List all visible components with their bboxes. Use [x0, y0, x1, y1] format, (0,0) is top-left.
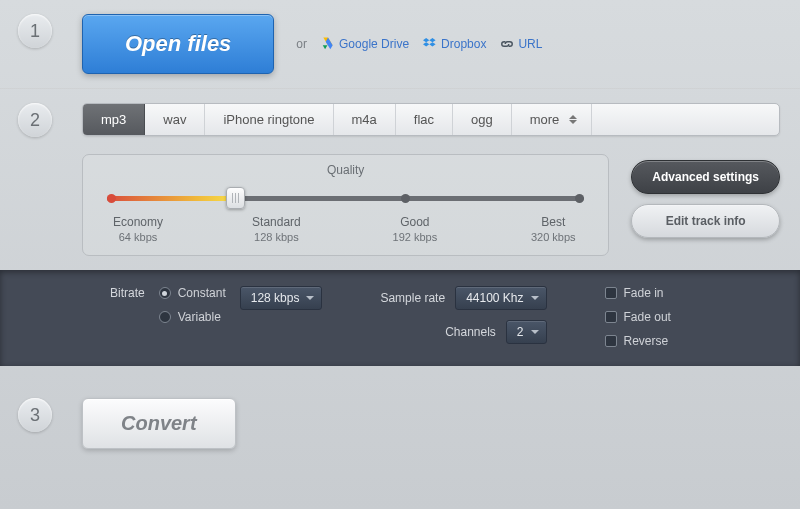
- url-label: URL: [518, 37, 542, 51]
- reverse-label: Reverse: [624, 334, 669, 348]
- or-label: or: [296, 37, 307, 51]
- step-number-3: 3: [18, 398, 52, 432]
- sample-rate-label: Sample rate: [380, 291, 445, 305]
- q-good-rate: 192 kbps: [393, 231, 438, 243]
- convert-button[interactable]: Convert: [82, 398, 236, 449]
- step-2: 2 mp3 wav iPhone ringtone m4a flac ogg m…: [0, 89, 800, 270]
- q-standard: Standard: [241, 215, 311, 229]
- q-good: Good: [380, 215, 450, 229]
- bitrate-label: Bitrate: [110, 286, 145, 300]
- source-dropbox[interactable]: Dropbox: [423, 37, 486, 51]
- tab-wav[interactable]: wav: [145, 104, 205, 135]
- tab-flac[interactable]: flac: [396, 104, 453, 135]
- tab-iphone-ringtone[interactable]: iPhone ringtone: [205, 104, 333, 135]
- sample-rate-select[interactable]: 44100 Khz: [455, 286, 546, 310]
- tab-m4a[interactable]: m4a: [334, 104, 396, 135]
- source-links: or Google Drive Dropbox URL: [296, 37, 542, 51]
- open-files-button[interactable]: Open files: [82, 14, 274, 74]
- format-tabs: mp3 wav iPhone ringtone m4a flac ogg mor…: [82, 103, 780, 136]
- quality-slider[interactable]: [107, 191, 584, 205]
- gdrive-label: Google Drive: [339, 37, 409, 51]
- dropbox-icon: [423, 37, 437, 51]
- source-google-drive[interactable]: Google Drive: [321, 37, 409, 51]
- reverse-checkbox[interactable]: Reverse: [605, 334, 671, 348]
- q-best: Best: [518, 215, 588, 229]
- bitrate-variable-radio[interactable]: Variable: [159, 310, 226, 324]
- quality-labels: Economy64 kbps Standard128 kbps Good192 …: [103, 215, 588, 243]
- fade-out-label: Fade out: [624, 310, 671, 324]
- fade-in-checkbox[interactable]: Fade in: [605, 286, 671, 300]
- step-number-2: 2: [18, 103, 52, 137]
- fade-out-checkbox[interactable]: Fade out: [605, 310, 671, 324]
- google-drive-icon: [321, 37, 335, 51]
- tab-ogg[interactable]: ogg: [453, 104, 512, 135]
- quality-panel: Quality Economy64 kbps Standard128 kbps …: [82, 154, 609, 256]
- source-url[interactable]: URL: [500, 37, 542, 51]
- fade-in-label: Fade in: [624, 286, 664, 300]
- quality-title: Quality: [103, 163, 588, 177]
- channels-select[interactable]: 2: [506, 320, 547, 344]
- tab-mp3[interactable]: mp3: [83, 104, 145, 135]
- q-standard-rate: 128 kbps: [254, 231, 299, 243]
- edit-track-info-button[interactable]: Edit track info: [631, 204, 780, 238]
- slider-thumb[interactable]: [226, 187, 245, 209]
- step-3: 3 Convert: [0, 366, 800, 481]
- bitrate-constant-radio[interactable]: Constant: [159, 286, 226, 300]
- link-icon: [500, 37, 514, 51]
- q-best-rate: 320 kbps: [531, 231, 576, 243]
- q-economy-rate: 64 kbps: [119, 231, 158, 243]
- advanced-settings-button[interactable]: Advanced settings: [631, 160, 780, 194]
- tab-more[interactable]: more: [512, 104, 593, 135]
- tab-more-label: more: [530, 112, 560, 127]
- stepper-icon: [569, 115, 577, 124]
- channels-label: Channels: [445, 325, 496, 339]
- bitrate-constant-label: Constant: [178, 286, 226, 300]
- step-number-1: 1: [18, 14, 52, 48]
- step-1: 1 Open files or Google Drive Dropbox URL: [0, 0, 800, 88]
- dropbox-label: Dropbox: [441, 37, 486, 51]
- advanced-settings-panel: Bitrate Constant Variable 128 kbps Sampl…: [0, 270, 800, 366]
- bitrate-variable-label: Variable: [178, 310, 221, 324]
- q-economy: Economy: [103, 215, 173, 229]
- bitrate-select[interactable]: 128 kbps: [240, 286, 323, 310]
